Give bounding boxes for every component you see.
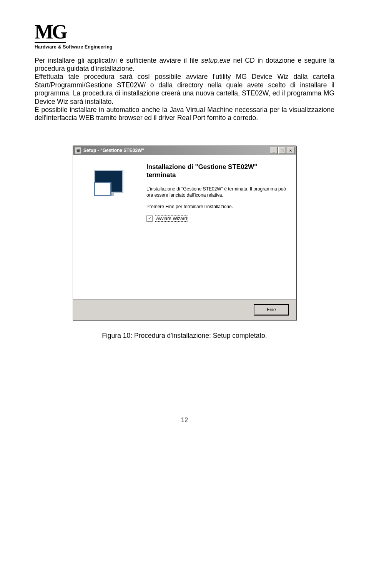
body-paragraph: Per installare gli applicativi è suffici… <box>35 57 334 122</box>
text-em: setup.exe <box>201 57 230 64</box>
main-panel: Installazione di "Gestione STE02W" termi… <box>144 155 296 299</box>
close-button[interactable]: × <box>287 147 294 154</box>
finish-button[interactable]: Fine <box>254 304 289 316</box>
window-title: Setup - "Gestione STE02W" <box>83 148 144 153</box>
logo: MG <box>35 23 66 43</box>
logo-area: MG Hardware & Software Engineering <box>35 23 334 50</box>
checkbox-label[interactable]: Avviare Wizard <box>155 215 188 222</box>
installer-text-1: L'installazione di "Gestione STE02W" è t… <box>146 186 288 198</box>
window-buttons: _ □ × <box>270 147 294 154</box>
installer-body: Installazione di "Gestione STE02W" termi… <box>73 155 296 299</box>
document-page: MG Hardware & Software Engineering Per i… <box>0 0 369 439</box>
tagline: Hardware & Software Engineering <box>35 44 334 50</box>
text-p3: È possibile installare in automatico anc… <box>35 106 334 122</box>
page-number: 12 <box>35 417 334 424</box>
installer-window: ▣ Setup - "Gestione STE02W" _ □ × Instal… <box>73 145 296 320</box>
installer-heading: Installazione di "Gestione STE02W" termi… <box>146 163 288 179</box>
side-panel <box>73 155 144 299</box>
titlebar: ▣ Setup - "Gestione STE02W" _ □ × <box>73 146 296 155</box>
text-pre: Per installare gli applicativi è suffici… <box>35 57 201 64</box>
figure-caption: Figura 10: Procedura d'installazione: Se… <box>35 332 334 340</box>
minimize-button[interactable]: _ <box>270 147 278 154</box>
installer-text-2: Premere Fine per terminare l'installazio… <box>146 204 288 210</box>
checkbox[interactable]: ✓ <box>146 215 153 222</box>
maximize-button[interactable]: □ <box>278 147 286 154</box>
setup-icon: ▣ <box>75 147 81 154</box>
computer-disk-icon <box>91 164 126 199</box>
text-p2: Effettuata tale procedura sarà così poss… <box>35 73 334 105</box>
checkbox-row: ✓ Avviare Wizard <box>146 215 288 222</box>
button-bar: Fine <box>73 299 296 320</box>
